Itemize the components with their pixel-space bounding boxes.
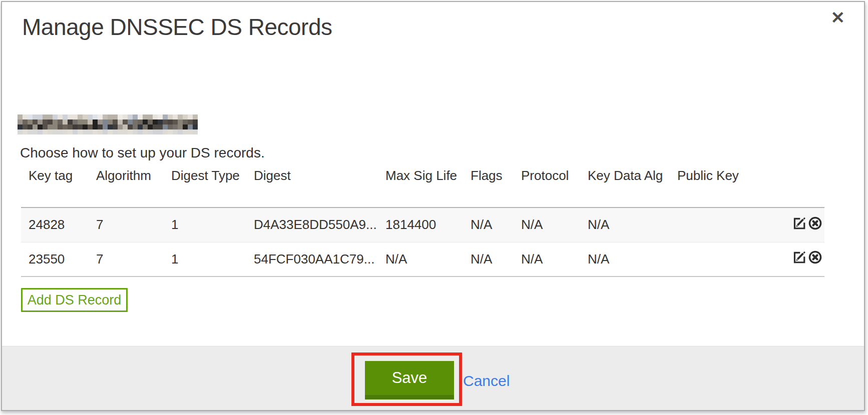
column-header-max-sig-life: Max Sig Life xyxy=(385,165,471,208)
column-header-algorithm: Algorithm xyxy=(96,165,171,208)
cell-key-data-alg: N/A xyxy=(588,242,677,276)
circle-x-icon xyxy=(808,216,822,234)
delete-record-button[interactable] xyxy=(808,250,822,268)
cell-actions xyxy=(779,208,824,242)
cell-algorithm: 7 xyxy=(96,208,171,242)
cell-protocol: N/A xyxy=(521,208,588,242)
table-header-row: Key tagAlgorithmDigest TypeDigestMax Sig… xyxy=(21,165,824,208)
cell-flags: N/A xyxy=(471,242,521,276)
column-header-key-tag: Key tag xyxy=(21,165,96,208)
cell-max-sig-life: N/A xyxy=(385,242,471,276)
column-header-digest-type: Digest Type xyxy=(171,165,254,208)
edit-icon xyxy=(792,216,806,234)
add-ds-record-button[interactable]: Add DS Record xyxy=(21,288,128,312)
cell-public-key xyxy=(677,242,779,276)
column-header-key-data-alg: Key Data Alg xyxy=(588,165,677,208)
dnssec-modal: Manage DNSSEC DS Records ✕ Choose how to… xyxy=(1,1,865,411)
edit-icon xyxy=(792,250,806,268)
cell-key-data-alg: N/A xyxy=(588,208,677,242)
column-header-public-key: Public Key xyxy=(677,165,779,208)
ds-records-table: Key tagAlgorithmDigest TypeDigestMax Sig… xyxy=(21,165,824,277)
cell-protocol: N/A xyxy=(521,242,588,276)
redacted-domain-name xyxy=(18,114,198,134)
edit-record-button[interactable] xyxy=(792,250,806,268)
cell-digest: D4A33E8DD550A9... xyxy=(254,208,385,242)
cell-key-tag: 24828 xyxy=(21,208,96,242)
cell-flags: N/A xyxy=(471,208,521,242)
edit-record-button[interactable] xyxy=(792,216,806,234)
table-row: 2482871D4A33E8DD550A9...1814400N/AN/AN/A xyxy=(21,208,824,242)
column-header-actions xyxy=(779,165,824,208)
table-row: 235507154FCF030AA1C79...N/AN/AN/AN/A xyxy=(21,242,824,276)
instruction-text: Choose how to set up your DS records. xyxy=(20,145,265,161)
circle-x-icon xyxy=(808,250,822,268)
cell-actions xyxy=(779,242,824,276)
cell-key-tag: 23550 xyxy=(21,242,96,276)
cell-digest-type: 1 xyxy=(171,208,254,242)
close-icon[interactable]: ✕ xyxy=(831,9,845,26)
modal-footer: Save Cancel xyxy=(2,346,864,410)
cell-digest: 54FCF030AA1C79... xyxy=(254,242,385,276)
save-button[interactable]: Save xyxy=(365,361,454,400)
cell-public-key xyxy=(677,208,779,242)
ds-table-body: 2482871D4A33E8DD550A9...1814400N/AN/AN/A… xyxy=(21,208,824,276)
cancel-link[interactable]: Cancel xyxy=(463,372,510,390)
column-header-protocol: Protocol xyxy=(521,165,588,208)
column-header-digest: Digest xyxy=(254,165,385,208)
page-title: Manage DNSSEC DS Records xyxy=(22,14,332,40)
cell-algorithm: 7 xyxy=(96,242,171,276)
delete-record-button[interactable] xyxy=(808,216,822,234)
cell-digest-type: 1 xyxy=(171,242,254,276)
column-header-flags: Flags xyxy=(471,165,521,208)
cell-max-sig-life: 1814400 xyxy=(385,208,471,242)
